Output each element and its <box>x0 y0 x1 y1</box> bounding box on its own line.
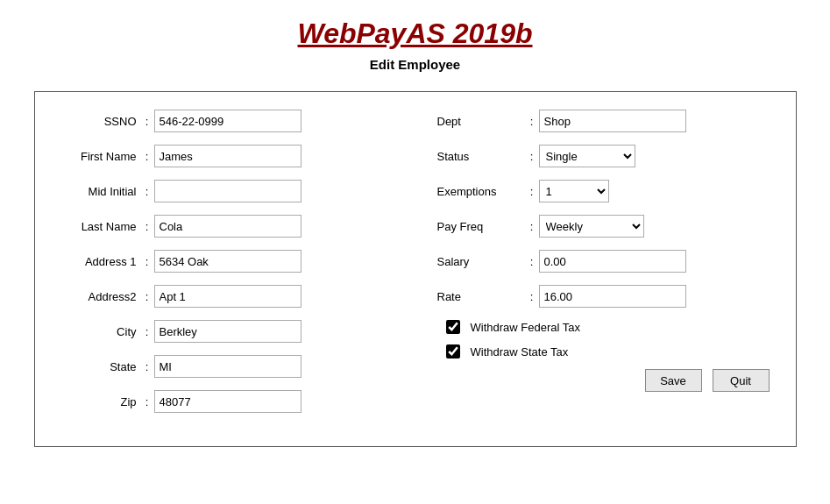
ssno-input[interactable] <box>154 110 301 132</box>
left-column: SSNO : First Name : Mid Initial : Last N… <box>61 110 402 425</box>
address2-input[interactable] <box>154 285 301 308</box>
exemptions-row: Exemptions : 0 1 2 3 4 5 <box>437 180 770 202</box>
dept-label: Dept <box>437 115 525 128</box>
dept-input[interactable] <box>539 110 686 132</box>
form-container: SSNO : First Name : Mid Initial : Last N… <box>34 91 797 447</box>
ssno-label: SSNO <box>61 115 140 128</box>
page-subtitle: Edit Employee <box>0 57 830 72</box>
zip-label: Zip <box>61 395 140 408</box>
status-label: Status <box>437 150 525 163</box>
withdraw-state-checkbox[interactable] <box>446 344 460 358</box>
state-colon: : <box>140 360 154 373</box>
firstname-input[interactable] <box>154 145 301 167</box>
payfreq-colon: : <box>525 220 539 233</box>
exemptions-label: Exemptions <box>437 185 525 198</box>
address1-input[interactable] <box>154 250 301 273</box>
payfreq-row: Pay Freq : Weekly Bi-Weekly Semi-Monthly… <box>437 215 770 238</box>
state-row: State : <box>61 355 402 378</box>
status-colon: : <box>525 150 539 163</box>
firstname-colon: : <box>140 150 154 163</box>
salary-colon: : <box>525 255 539 268</box>
state-input[interactable] <box>154 355 301 378</box>
midinit-label: Mid Initial <box>61 185 140 198</box>
address1-row: Address 1 : <box>61 250 402 273</box>
dept-colon: : <box>525 115 539 128</box>
address1-label: Address 1 <box>61 255 140 268</box>
city-colon: : <box>140 325 154 338</box>
midinit-row: Mid Initial : <box>61 180 402 202</box>
midinit-input[interactable] <box>154 180 301 202</box>
city-row: City : <box>61 320 402 343</box>
midinit-colon: : <box>140 185 154 198</box>
payfreq-select[interactable]: Weekly Bi-Weekly Semi-Monthly Monthly <box>539 215 644 238</box>
withdraw-federal-row: Withdraw Federal Tax <box>437 320 770 334</box>
dept-row: Dept : <box>437 110 770 132</box>
zip-colon: : <box>140 395 154 408</box>
firstname-row: First Name : <box>61 145 402 167</box>
button-row: Save Quit <box>437 369 770 392</box>
status-select[interactable]: Single Married Head of Household <box>539 145 635 167</box>
status-row: Status : Single Married Head of Househol… <box>437 145 770 167</box>
lastname-label: Last Name <box>61 220 140 233</box>
firstname-label: First Name <box>61 150 140 163</box>
withdraw-state-row: Withdraw State Tax <box>437 344 770 358</box>
address2-row: Address2 : <box>61 285 402 308</box>
city-input[interactable] <box>154 320 301 343</box>
address2-colon: : <box>140 290 154 303</box>
ssno-row: SSNO : <box>61 110 402 132</box>
lastname-row: Last Name : <box>61 215 402 238</box>
lastname-input[interactable] <box>154 215 301 238</box>
payfreq-label: Pay Freq <box>437 220 525 233</box>
rate-label: Rate <box>437 290 525 303</box>
ssno-colon: : <box>140 115 154 128</box>
app-title: WebPayAS 2019b <box>0 18 830 50</box>
quit-button[interactable]: Quit <box>713 369 770 392</box>
save-button[interactable]: Save <box>645 369 702 392</box>
lastname-colon: : <box>140 220 154 233</box>
rate-input[interactable] <box>539 285 686 308</box>
withdraw-state-label: Withdraw State Tax <box>471 345 569 358</box>
state-label: State <box>61 360 140 373</box>
zip-input[interactable] <box>154 390 301 413</box>
salary-input[interactable] <box>539 250 686 273</box>
right-column: Dept : Status : Single Married Head of H… <box>429 110 770 425</box>
city-label: City <box>61 325 140 338</box>
exemptions-colon: : <box>525 185 539 198</box>
exemptions-select[interactable]: 0 1 2 3 4 5 <box>539 180 609 202</box>
zip-row: Zip : <box>61 390 402 413</box>
withdraw-federal-label: Withdraw Federal Tax <box>471 321 580 334</box>
address1-colon: : <box>140 255 154 268</box>
rate-colon: : <box>525 290 539 303</box>
withdraw-federal-checkbox[interactable] <box>446 320 460 334</box>
rate-row: Rate : <box>437 285 770 308</box>
salary-label: Salary <box>437 255 525 268</box>
salary-row: Salary : <box>437 250 770 273</box>
address2-label: Address2 <box>61 290 140 303</box>
